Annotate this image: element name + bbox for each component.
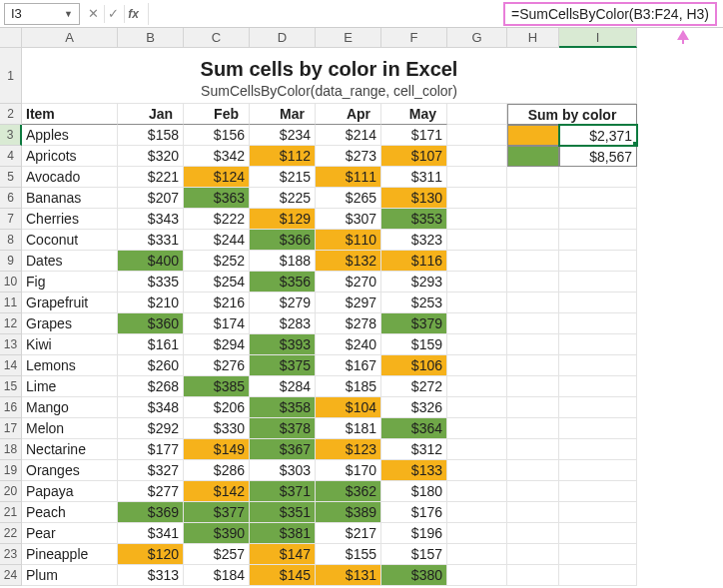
row-header-5[interactable]: 5 — [0, 167, 22, 188]
cell-data-10-0[interactable]: $335 — [118, 272, 184, 293]
cell-H21[interactable] — [507, 502, 559, 523]
cell-data-19-1[interactable]: $286 — [184, 460, 250, 481]
sum-swatch-yellow[interactable] — [507, 125, 559, 146]
cell-data-9-4[interactable]: $116 — [381, 251, 447, 272]
cell-data-3-1[interactable]: $156 — [184, 125, 250, 146]
cell-data-15-3[interactable]: $185 — [316, 376, 381, 397]
row-header-8[interactable]: 8 — [0, 230, 22, 251]
cell-G3[interactable] — [447, 125, 507, 146]
row-header-24[interactable]: 24 — [0, 565, 22, 586]
cell-item-7[interactable]: Cherries — [22, 209, 118, 230]
cell-I12[interactable] — [559, 313, 637, 334]
cell-G10[interactable] — [447, 272, 507, 293]
cell-data-5-4[interactable]: $311 — [381, 167, 447, 188]
cell-data-14-4[interactable]: $106 — [381, 355, 447, 376]
cell-data-22-1[interactable]: $390 — [184, 523, 250, 544]
fx-icon[interactable]: fx — [124, 5, 142, 23]
cell-data-20-3[interactable]: $362 — [316, 481, 381, 502]
cell-data-5-0[interactable]: $221 — [118, 167, 184, 188]
column-header-D[interactable]: D — [250, 28, 316, 48]
cell-G5[interactable] — [447, 167, 507, 188]
column-header-I[interactable]: I — [559, 28, 637, 48]
cell-I19[interactable] — [559, 460, 637, 481]
cell-H15[interactable] — [507, 376, 559, 397]
cell-data-24-0[interactable]: $313 — [118, 565, 184, 586]
sum-value-green[interactable]: $8,567 — [559, 146, 637, 167]
cell-G9[interactable] — [447, 251, 507, 272]
cell-data-9-3[interactable]: $132 — [316, 251, 381, 272]
header-jan[interactable]: Jan — [118, 104, 184, 125]
cell-data-20-2[interactable]: $371 — [250, 481, 316, 502]
cell-data-17-4[interactable]: $364 — [381, 418, 447, 439]
row-header-19[interactable]: 19 — [0, 460, 22, 481]
cell-I15[interactable] — [559, 376, 637, 397]
cell-item-13[interactable]: Kiwi — [22, 334, 118, 355]
cell-item-5[interactable]: Avocado — [22, 167, 118, 188]
cell-H10[interactable] — [507, 272, 559, 293]
cell-item-14[interactable]: Lemons — [22, 355, 118, 376]
column-header-E[interactable]: E — [316, 28, 381, 48]
cell-G17[interactable] — [447, 418, 507, 439]
row-header-20[interactable]: 20 — [0, 481, 22, 502]
cell-item-16[interactable]: Mango — [22, 397, 118, 418]
cell-G13[interactable] — [447, 334, 507, 355]
cell-data-17-0[interactable]: $292 — [118, 418, 184, 439]
column-header-B[interactable]: B — [118, 28, 184, 48]
row-header-10[interactable]: 10 — [0, 272, 22, 293]
cell-G15[interactable] — [447, 376, 507, 397]
cell-data-23-0[interactable]: $120 — [118, 544, 184, 565]
cell-G11[interactable] — [447, 293, 507, 313]
cell-data-7-1[interactable]: $222 — [184, 209, 250, 230]
cell-data-19-4[interactable]: $133 — [381, 460, 447, 481]
column-header-C[interactable]: C — [184, 28, 250, 48]
cell-G7[interactable] — [447, 209, 507, 230]
row-header-22[interactable]: 22 — [0, 523, 22, 544]
header-sumby[interactable]: Sum by color — [507, 104, 637, 125]
cell-data-15-2[interactable]: $284 — [250, 376, 316, 397]
cell-data-18-3[interactable]: $123 — [316, 439, 381, 460]
cell-data-22-0[interactable]: $341 — [118, 523, 184, 544]
cell-data-6-3[interactable]: $265 — [316, 188, 381, 209]
cell-data-6-4[interactable]: $130 — [381, 188, 447, 209]
cell-I5[interactable] — [559, 167, 637, 188]
cell-data-24-4[interactable]: $380 — [381, 565, 447, 586]
cell-data-11-4[interactable]: $253 — [381, 293, 447, 313]
row-header-18[interactable]: 18 — [0, 439, 22, 460]
cell-data-9-2[interactable]: $188 — [250, 251, 316, 272]
confirm-icon[interactable]: ✓ — [104, 5, 122, 23]
cell-data-13-2[interactable]: $393 — [250, 334, 316, 355]
cell-data-10-1[interactable]: $254 — [184, 272, 250, 293]
column-header-H[interactable]: H — [507, 28, 559, 48]
cell-data-6-0[interactable]: $207 — [118, 188, 184, 209]
cell-data-4-3[interactable]: $273 — [316, 146, 381, 167]
cell-data-18-4[interactable]: $312 — [381, 439, 447, 460]
cell-I7[interactable] — [559, 209, 637, 230]
cell-data-16-3[interactable]: $104 — [316, 397, 381, 418]
cell-H14[interactable] — [507, 355, 559, 376]
cell-data-4-2[interactable]: $112 — [250, 146, 316, 167]
cell-data-18-2[interactable]: $367 — [250, 439, 316, 460]
cell-data-12-4[interactable]: $379 — [381, 313, 447, 334]
cell-H11[interactable] — [507, 293, 559, 313]
cell-I10[interactable] — [559, 272, 637, 293]
cell-H18[interactable] — [507, 439, 559, 460]
row-header-3[interactable]: 3 — [0, 125, 22, 146]
row-header-9[interactable]: 9 — [0, 251, 22, 272]
row-header-4[interactable]: 4 — [0, 146, 22, 167]
cell-item-24[interactable]: Plum — [22, 565, 118, 586]
cell-data-17-1[interactable]: $330 — [184, 418, 250, 439]
cell-data-4-4[interactable]: $107 — [381, 146, 447, 167]
cell-data-8-2[interactable]: $366 — [250, 230, 316, 251]
row-header-6[interactable]: 6 — [0, 188, 22, 209]
cell-data-14-3[interactable]: $167 — [316, 355, 381, 376]
cell-data-13-4[interactable]: $159 — [381, 334, 447, 355]
cell-data-16-4[interactable]: $326 — [381, 397, 447, 418]
header-may[interactable]: May — [381, 104, 447, 125]
cell-H17[interactable] — [507, 418, 559, 439]
row-header-16[interactable]: 16 — [0, 397, 22, 418]
cell-I9[interactable] — [559, 251, 637, 272]
cell-data-24-2[interactable]: $145 — [250, 565, 316, 586]
cell-data-17-2[interactable]: $378 — [250, 418, 316, 439]
cell-item-10[interactable]: Fig — [22, 272, 118, 293]
cell-item-17[interactable]: Melon — [22, 418, 118, 439]
